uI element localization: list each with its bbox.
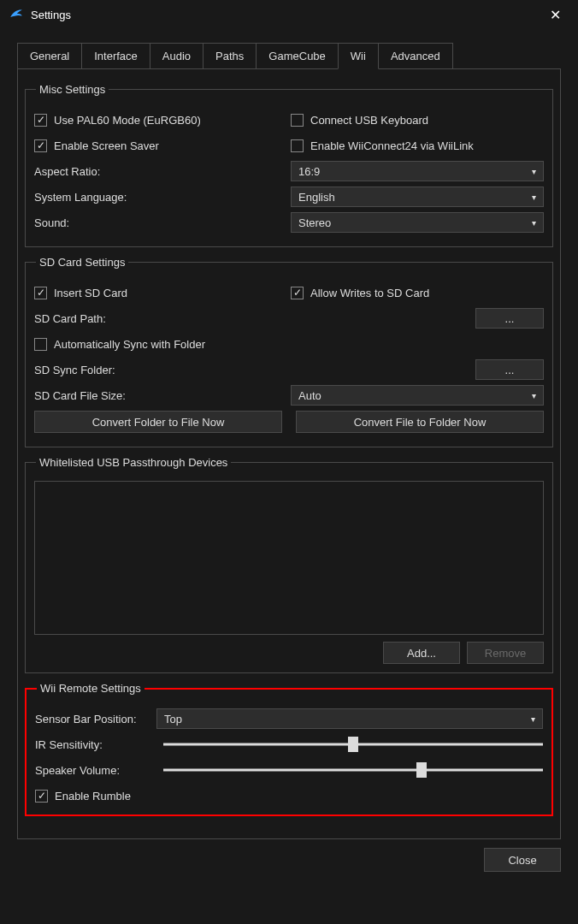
ir-sensitivity-label: IR Sensitivity: xyxy=(35,738,156,751)
wii-panel: Misc Settings Use PAL60 Mode (EuRGB60) C… xyxy=(17,68,561,839)
aspect-ratio-value: 16:9 xyxy=(298,165,320,178)
tab-general[interactable]: General xyxy=(17,43,82,69)
sd-card-path-label: SD Card Path: xyxy=(34,312,106,325)
chevron-down-icon: ▾ xyxy=(532,192,536,202)
dialog-footer: Close xyxy=(0,839,578,880)
usb-passthrough-group: Whitelisted USB Passthrough Devices Add.… xyxy=(25,456,553,673)
screensaver-checkbox[interactable] xyxy=(34,139,47,152)
sd-card-settings-group: SD Card Settings Insert SD Card Allow Wr… xyxy=(25,256,553,447)
window-title: Settings xyxy=(31,9,71,21)
screensaver-label: Enable Screen Saver xyxy=(54,139,159,152)
sensor-bar-position-label: Sensor Bar Position: xyxy=(35,713,156,726)
aspect-ratio-select[interactable]: 16:9 ▾ xyxy=(291,161,544,181)
auto-sync-checkbox[interactable] xyxy=(34,338,47,351)
sd-file-size-select[interactable]: Auto ▾ xyxy=(291,385,544,406)
allow-writes-label: Allow Writes to SD Card xyxy=(310,287,429,299)
tab-gamecube[interactable]: GameCube xyxy=(256,43,338,69)
sound-label: Sound: xyxy=(34,216,69,229)
tab-advanced[interactable]: Advanced xyxy=(378,43,453,69)
usb-add-button[interactable]: Add... xyxy=(383,642,460,664)
sound-select[interactable]: Stereo ▾ xyxy=(291,212,544,233)
sd-card-path-browse-button[interactable]: ... xyxy=(475,308,544,329)
tab-interface[interactable]: Interface xyxy=(81,43,150,69)
sd-file-size-label: SD Card File Size: xyxy=(34,389,126,402)
tab-bar: General Interface Audio Paths GameCube W… xyxy=(17,43,561,69)
ir-sensitivity-slider[interactable] xyxy=(163,737,543,752)
aspect-ratio-label: Aspect Ratio: xyxy=(34,165,100,178)
insert-sd-checkbox[interactable] xyxy=(34,287,47,299)
usb-device-list[interactable] xyxy=(34,481,544,635)
chevron-down-icon: ▾ xyxy=(532,218,536,228)
pal60-checkbox[interactable] xyxy=(34,114,47,127)
window-close-button[interactable]: ✕ xyxy=(541,3,569,27)
sensor-bar-position-value: Top xyxy=(164,713,182,726)
chevron-down-icon: ▾ xyxy=(532,391,536,400)
sd-file-size-value: Auto xyxy=(298,389,321,402)
sd-card-settings-legend: SD Card Settings xyxy=(36,256,128,269)
enable-rumble-checkbox[interactable] xyxy=(35,790,48,803)
dolphin-logo-icon xyxy=(9,7,24,22)
tab-paths[interactable]: Paths xyxy=(203,43,257,69)
speaker-volume-label: Speaker Volume: xyxy=(35,764,156,777)
close-button[interactable]: Close xyxy=(484,848,561,872)
system-language-label: System Language: xyxy=(34,191,127,204)
speaker-volume-slider[interactable] xyxy=(163,762,543,778)
chevron-down-icon: ▾ xyxy=(532,167,536,176)
titlebar: Settings ✕ xyxy=(0,0,578,29)
chevron-down-icon: ▾ xyxy=(531,714,535,724)
system-language-select[interactable]: English ▾ xyxy=(291,187,544,207)
wii-remote-settings-legend: Wii Remote Settings xyxy=(37,682,144,695)
sd-sync-folder-label: SD Sync Folder: xyxy=(34,364,115,376)
tab-wii[interactable]: Wii xyxy=(338,43,379,69)
tab-audio[interactable]: Audio xyxy=(150,43,203,69)
system-language-value: English xyxy=(298,191,335,204)
wiiconnect24-checkbox[interactable] xyxy=(291,139,304,152)
sound-value: Stereo xyxy=(298,216,331,229)
sd-sync-folder-browse-button[interactable]: ... xyxy=(475,359,544,380)
wiiconnect24-label: Enable WiiConnect24 via WiiLink xyxy=(310,139,474,152)
insert-sd-label: Insert SD Card xyxy=(54,287,127,299)
enable-rumble-label: Enable Rumble xyxy=(55,790,131,803)
wii-remote-settings-group: Wii Remote Settings Sensor Bar Position:… xyxy=(25,682,553,816)
usb-keyboard-label: Connect USB Keyboard xyxy=(310,114,428,127)
allow-writes-checkbox[interactable] xyxy=(291,287,304,299)
pal60-label: Use PAL60 Mode (EuRGB60) xyxy=(54,114,201,127)
convert-folder-to-file-button[interactable]: Convert Folder to File Now xyxy=(34,411,282,433)
usb-keyboard-checkbox[interactable] xyxy=(291,114,304,127)
usb-passthrough-legend: Whitelisted USB Passthrough Devices xyxy=(36,456,231,469)
usb-remove-button[interactable]: Remove xyxy=(467,642,544,664)
auto-sync-label: Automatically Sync with Folder xyxy=(54,338,205,351)
sensor-bar-position-select[interactable]: Top ▾ xyxy=(156,708,543,729)
convert-file-to-folder-button[interactable]: Convert File to Folder Now xyxy=(296,411,544,433)
misc-settings-group: Misc Settings Use PAL60 Mode (EuRGB60) C… xyxy=(25,83,553,247)
misc-settings-legend: Misc Settings xyxy=(36,83,109,96)
